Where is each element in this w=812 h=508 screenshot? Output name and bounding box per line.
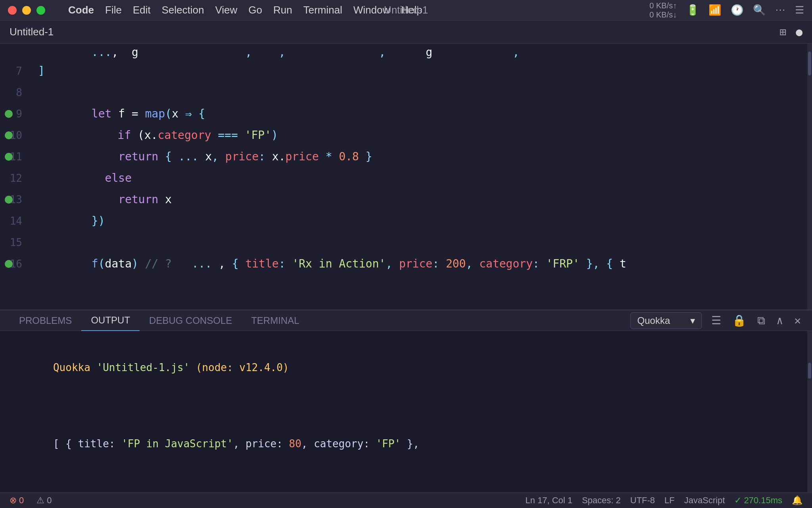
panel-tab-actions: Quokka ▾ ☰ 🔒 ⧉ ∧ ✕	[630, 312, 802, 329]
line-number-14: 14	[10, 215, 22, 227]
menu-terminal[interactable]: Terminal	[303, 4, 342, 16]
menu-run[interactable]: Run	[273, 4, 292, 16]
line-number-12: 12	[10, 172, 22, 184]
cursor-position[interactable]: Ln 17, Col 1	[525, 495, 573, 506]
active-tab-label[interactable]: Untitled-1	[10, 26, 54, 38]
line-ending[interactable]: LF	[665, 495, 675, 506]
error-icon: ⊗	[10, 495, 17, 506]
breakpoint-10[interactable]	[5, 131, 13, 139]
notification-bell[interactable]: 🔔	[792, 495, 802, 506]
panel-tab-bar: PROBLEMS OUTPUT DEBUG CONSOLE TERMINAL Q…	[0, 310, 812, 331]
menu-selection[interactable]: Selection	[162, 4, 204, 16]
output-source-dropdown[interactable]: Quokka ▾	[630, 312, 702, 329]
editor: ..., g , , , g , 7 ] 8 9 l	[0, 44, 812, 310]
statusbar: ⊗ 0 ⚠ 0 Ln 17, Col 1 Spaces: 2 UTF-8 LF …	[0, 492, 812, 508]
menu-bar: Code File Edit Selection View Go Run Ter…	[57, 4, 422, 16]
panel-output: Quokka 'Untitled-1.js' (node: v12.4.0) […	[0, 331, 812, 492]
menu-go[interactable]: Go	[249, 4, 262, 16]
tab-output[interactable]: OUTPUT	[81, 310, 140, 331]
battery-icon: 🔋	[686, 4, 699, 16]
tab-bar: Untitled-1 ⊞ ●	[0, 21, 812, 44]
copy-icon[interactable]: ⧉	[756, 312, 767, 329]
language-mode[interactable]: JavaScript	[684, 495, 725, 506]
code-line-7: 7 ]	[0, 60, 812, 82]
maximize-button[interactable]	[36, 6, 45, 15]
tab-actions: ⊞ ●	[779, 25, 802, 38]
editor-scrollbar[interactable]	[807, 44, 812, 310]
warning-count[interactable]: ⚠ 0	[36, 495, 52, 506]
line-number-8: 8	[16, 87, 22, 98]
tab-problems[interactable]: PROBLEMS	[10, 310, 81, 331]
error-count[interactable]: ⊗ 0	[10, 495, 24, 506]
menu-edit[interactable]: Edit	[133, 4, 151, 16]
dirty-indicator: ●	[796, 25, 802, 38]
close-panel-icon[interactable]: ✕	[793, 312, 802, 329]
wifi-icon: 📶	[709, 4, 721, 16]
split-editor-icon[interactable]: ⊞	[779, 25, 786, 38]
breakpoint-11[interactable]	[5, 153, 13, 161]
clock-icon: 🕐	[731, 4, 743, 16]
tab-debug-console[interactable]: DEBUG CONSOLE	[140, 310, 241, 331]
minimize-button[interactable]	[22, 6, 31, 15]
output-line-2	[16, 396, 796, 415]
notification-icon[interactable]: ⋯	[775, 4, 785, 16]
line-number-9: 9	[16, 108, 22, 120]
breakpoint-16[interactable]	[5, 260, 13, 268]
panel-scrollbar[interactable]	[807, 331, 812, 492]
statusbar-right: Ln 17, Col 1 Spaces: 2 UTF-8 LF JavaScri…	[525, 495, 802, 506]
code-line-13: 13 return x	[0, 189, 812, 210]
output-line-4: { title: 'Rx in Action', price: 200, cat…	[16, 472, 796, 492]
output-line-3: [ { title: 'FP in JavaScript', price: 80…	[16, 415, 796, 472]
traffic-lights	[8, 6, 45, 15]
menu-code[interactable]: Code	[68, 4, 94, 16]
editor-scrollbar-thumb	[808, 52, 811, 75]
panel: PROBLEMS OUTPUT DEBUG CONSOLE TERMINAL Q…	[0, 310, 812, 492]
chevron-down-icon: ▾	[690, 315, 695, 326]
titlebar-right: 0 KB/s↑0 KB/s↓ 🔋 📶 🕐 🔍 ⋯ ☰	[649, 1, 804, 19]
titlebar: Code File Edit Selection View Go Run Ter…	[0, 0, 812, 21]
network-stats: 0 KB/s↑0 KB/s↓	[649, 1, 677, 19]
line-number-7: 7	[16, 65, 22, 77]
clear-output-icon[interactable]: ☰	[710, 312, 723, 329]
close-button[interactable]	[8, 6, 17, 15]
window-title: Untitled-1	[384, 4, 428, 16]
output-line-1: Quokka 'Untitled-1.js' (node: v12.4.0)	[16, 339, 796, 396]
breakpoint-13[interactable]	[5, 196, 13, 204]
menu-view[interactable]: View	[215, 4, 237, 16]
panel-scrollbar-thumb	[808, 363, 811, 379]
list-icon[interactable]: ☰	[795, 4, 804, 16]
code-line-16: 16 f(data) // ? ... , { title: 'Rx in Ac…	[0, 253, 812, 275]
indentation[interactable]: Spaces: 2	[582, 495, 621, 506]
encoding[interactable]: UTF-8	[630, 495, 655, 506]
spotlight-icon[interactable]: 🔍	[753, 4, 766, 16]
tab-terminal[interactable]: TERMINAL	[241, 310, 308, 331]
breakpoint-9[interactable]	[5, 110, 13, 118]
warning-icon: ⚠	[36, 495, 44, 506]
timing: ✓ 270.15ms	[734, 495, 782, 506]
menu-file[interactable]: File	[105, 4, 122, 16]
collapse-panel-icon[interactable]: ∧	[775, 312, 785, 329]
lock-icon[interactable]: 🔒	[731, 312, 748, 329]
line-number-15: 15	[10, 237, 22, 248]
